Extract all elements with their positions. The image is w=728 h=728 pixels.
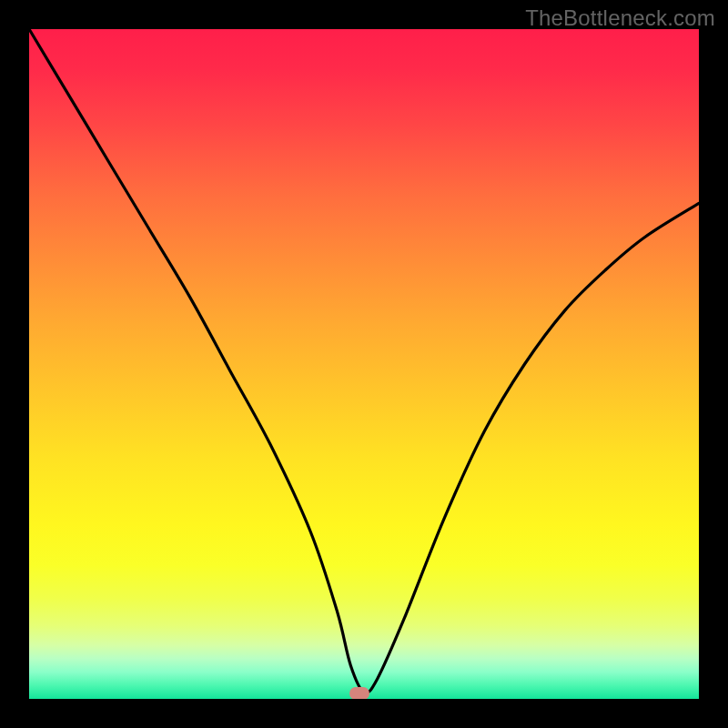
chart-frame: TheBottleneck.com: [0, 0, 728, 728]
vertex-marker: [349, 687, 369, 699]
watermark-text: TheBottleneck.com: [525, 5, 715, 31]
bottleneck-curve: [29, 29, 699, 699]
curve-path: [29, 29, 699, 693]
plot-area: [29, 29, 699, 699]
